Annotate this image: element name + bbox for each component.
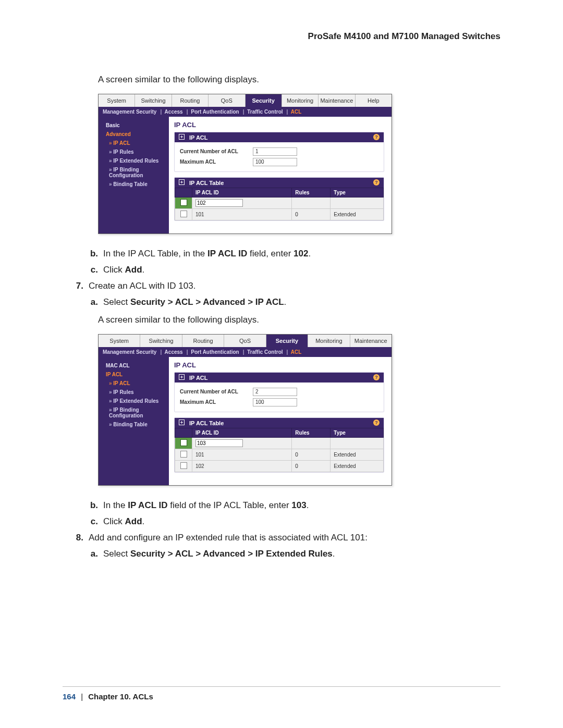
subnav-acl[interactable]: ACL [291,349,302,355]
kv-max-value: 100 [253,398,297,406]
side-ip-binding-config[interactable]: IP Binding Configuration [99,405,169,420]
row-checkbox[interactable] [180,199,187,206]
side-ip-extended-rules[interactable]: IP Extended Rules [99,397,169,405]
col-id: IP ACL ID [192,188,292,197]
step-b-2: b. In the IP ACL ID field of the IP ACL … [63,498,500,512]
col-type: Type [331,188,384,197]
cell-id: 101 [192,449,292,460]
tab-security[interactable]: Security [246,94,282,107]
side-ip-binding-config[interactable]: IP Binding Configuration [99,165,169,180]
tab-monitoring[interactable]: Monitoring [282,94,319,107]
cell-rules [292,197,331,208]
kv-max-label: Maximum ACL [180,159,253,165]
tab-switching[interactable]: Switching [135,94,172,107]
kv-current-label: Current Number of ACL [180,149,253,154]
tab-maintenance[interactable]: Maintenance [350,335,391,347]
step-c-1: c. Click Add. [63,263,500,277]
step-8: 8. Add and configure an IP extended rule… [63,530,500,545]
acl-id-input[interactable] [195,199,243,207]
panel-title: IP ACL [174,121,384,129]
tab-qos[interactable]: QoS [209,94,245,107]
side-ip-extended-rules[interactable]: IP Extended Rules [99,156,169,165]
subnav-mgmt-security[interactable]: Management Security [103,349,156,355]
tab-system[interactable]: System [99,335,140,347]
col-rules: Rules [292,188,331,197]
subnav-traffic-control[interactable]: Traffic Control [247,349,283,355]
row-checkbox[interactable] [180,211,187,217]
footer-separator: | [81,692,83,701]
row-checkbox[interactable] [180,439,187,446]
tab-system[interactable]: System [99,94,135,107]
sub-nav: Management Security| Access| Port Authen… [99,107,391,117]
subnav-port-auth[interactable]: Port Authentication [191,349,239,355]
subnav-access[interactable]: Access [165,109,183,115]
row-checkbox[interactable] [180,462,187,469]
side-binding-table[interactable]: Binding Table [99,180,169,189]
side-advanced[interactable]: Advanced [99,130,169,139]
step-7: 7. Create an ACL with ID 103. [63,279,500,293]
subnav-acl[interactable]: ACL [291,109,302,115]
panel-title: IP ACL [174,361,384,369]
sub-nav: Management Security| Access| Port Authen… [99,347,391,357]
expand-icon[interactable] [179,374,185,380]
intro-text-1: A screen similar to the following displa… [63,73,500,87]
side-basic[interactable]: Basic [99,121,169,130]
col-type: Type [331,428,384,437]
page-footer: 164 | Chapter 10. ACLs [63,686,500,701]
product-title: ProSafe M4100 and M7100 Managed Switches [63,31,500,42]
subnav-access[interactable]: Access [165,349,183,355]
cell-rules: 0 [292,460,331,472]
side-ip-acl-cat[interactable]: IP ACL [99,370,169,379]
step-c-2: c. Click Add. [63,514,500,528]
ip-acl-box: IP ACL ? Current Number of ACL 1 Maximum… [174,132,384,172]
sidebar: MAC ACL IP ACL IP ACL IP Rules IP Extend… [99,357,169,485]
cell-type: Extended [331,449,384,460]
cell-rules [292,437,331,449]
cell-type: Extended [331,460,384,472]
tab-security[interactable]: Security [266,335,308,347]
kv-max-value: 100 [253,158,297,166]
cell-rules: 0 [292,449,331,460]
footer-chapter: Chapter 10. ACLs [88,692,153,701]
help-icon[interactable]: ? [373,179,380,186]
expand-icon[interactable] [179,179,185,185]
help-icon[interactable]: ? [373,134,380,140]
expand-icon[interactable] [179,419,185,425]
step-7a: a. Select Security > ACL > Advanced > IP… [63,295,500,309]
side-ip-acl[interactable]: IP ACL [99,379,169,388]
tab-maintenance[interactable]: Maintenance [319,94,355,107]
side-ip-rules[interactable]: IP Rules [99,147,169,156]
subnav-traffic-control[interactable]: Traffic Control [247,109,283,115]
kv-current-value: 1 [253,147,297,156]
expand-icon[interactable] [179,134,185,140]
page-number: 164 [63,692,76,701]
tab-help[interactable]: Help [356,94,391,107]
screenshot-1: System Switching Routing QoS Security Mo… [98,94,392,234]
cell-type [331,197,384,208]
tab-monitoring[interactable]: Monitoring [308,335,350,347]
top-tabs: System Switching Routing QoS Security Mo… [99,335,391,347]
help-icon[interactable]: ? [373,419,380,426]
side-ip-acl[interactable]: IP ACL [99,139,169,147]
tab-routing[interactable]: Routing [172,94,209,107]
cell-id: 102 [192,460,292,472]
help-icon[interactable]: ? [373,374,380,380]
sidebar: Basic Advanced IP ACL IP Rules IP Extend… [99,117,169,233]
tab-qos[interactable]: QoS [224,335,266,347]
subnav-port-auth[interactable]: Port Authentication [191,109,239,115]
row-checkbox[interactable] [180,451,187,458]
side-mac-acl[interactable]: MAC ACL [99,361,169,370]
ip-acl-table-box: IP ACL Table ? IP ACL ID Rules Type [174,177,384,221]
side-ip-rules[interactable]: IP Rules [99,388,169,397]
acl-table: IP ACL ID Rules Type 101 [175,188,384,220]
acl-id-input[interactable] [195,439,243,447]
subnav-mgmt-security[interactable]: Management Security [103,109,156,115]
tab-routing[interactable]: Routing [182,335,224,347]
cell-id: 101 [192,208,292,220]
cell-type: Extended [331,208,384,220]
tab-switching[interactable]: Switching [140,335,182,347]
box2-title: IP ACL Table [189,180,224,186]
side-binding-table[interactable]: Binding Table [99,420,169,429]
intro-text-2: A screen similar to the following displa… [63,313,500,327]
col-id: IP ACL ID [192,428,292,437]
